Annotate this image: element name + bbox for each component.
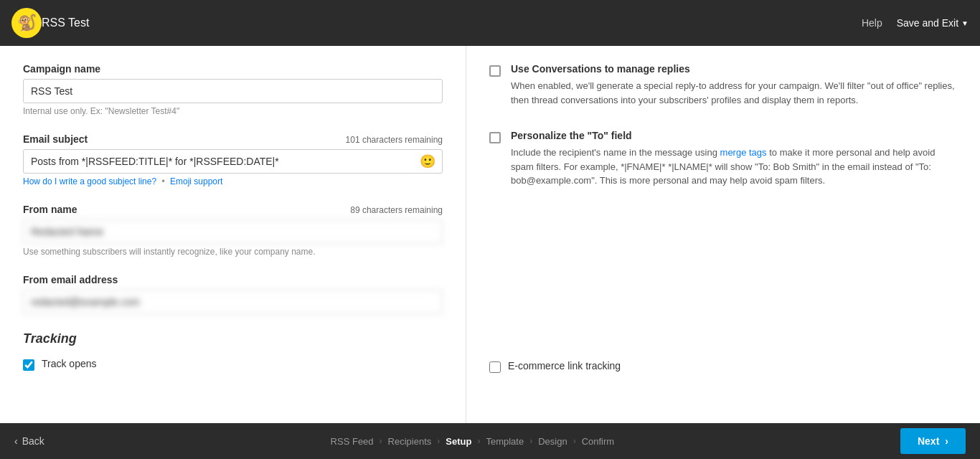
from-email-group: From email address [23, 274, 443, 314]
merge-tags-link[interactable]: merge tags [720, 147, 767, 158]
conversations-desc: When enabled, we'll generate a special r… [511, 79, 957, 107]
top-navigation: 🐒 RSS Test Help Save and Exit ▼ [0, 0, 980, 46]
chevron-down-icon: ▼ [961, 19, 969, 27]
conversations-content: Use Conversations to manage replies When… [511, 63, 957, 107]
conversations-option: Use Conversations to manage replies When… [489, 63, 957, 107]
ecommerce-label: E-commerce link tracking [508, 360, 621, 372]
ecommerce-section: E-commerce link tracking [489, 360, 957, 373]
personalize-checkbox[interactable] [489, 132, 501, 143]
save-exit-button[interactable]: Save and Exit ▼ [897, 17, 969, 29]
back-arrow-icon: ‹ [14, 435, 18, 447]
left-panel: Campaign name Internal use only. Ex: "Ne… [0, 46, 466, 423]
breadcrumb: RSS Feed › Recipients › Setup › Template… [44, 436, 900, 447]
from-name-group: From name 89 characters remaining Use so… [23, 204, 443, 257]
personalize-title: Personalize the "To" field [511, 130, 957, 141]
email-subject-input[interactable] [23, 149, 443, 174]
subject-field-links: How do I write a good subject line? • Em… [23, 176, 443, 186]
email-subject-group: Email subject 101 characters remaining 🙂… [23, 133, 443, 186]
from-name-chars-remaining: 89 characters remaining [350, 205, 443, 215]
conversations-checkbox[interactable] [489, 65, 501, 77]
breadcrumb-recipients[interactable]: Recipients [388, 436, 432, 447]
track-opens-row: Track opens [23, 358, 443, 371]
mailchimp-logo: 🐒 [11, 8, 42, 38]
nav-right: Help Save and Exit ▼ [862, 17, 969, 29]
conversations-title: Use Conversations to manage replies [511, 63, 957, 75]
from-email-label: From email address [23, 274, 443, 285]
from-name-label-row: From name 89 characters remaining [23, 204, 443, 215]
breadcrumb-sep-1: › [380, 436, 382, 446]
breadcrumb-confirm[interactable]: Confirm [582, 436, 615, 447]
breadcrumb-sep-4: › [529, 436, 532, 446]
from-name-label: From name [23, 204, 77, 215]
breadcrumb-sep-3: › [477, 436, 480, 446]
next-arrow-icon: › [945, 435, 948, 447]
help-link[interactable]: Help [862, 17, 882, 29]
tracking-section: Tracking Track opens [23, 331, 443, 371]
campaign-name-hint: Internal use only. Ex: "Newsletter Test#… [23, 106, 443, 116]
personalize-content: Personalize the "To" field Include the r… [511, 130, 957, 188]
from-name-input[interactable] [23, 219, 443, 244]
ecommerce-checkbox[interactable] [489, 361, 501, 373]
campaign-name-group: Campaign name Internal use only. Ex: "Ne… [23, 63, 443, 116]
personalize-desc: Include the recipient's name in the mess… [511, 146, 957, 188]
ecommerce-row: E-commerce link tracking [489, 360, 957, 373]
back-label: Back [22, 435, 44, 447]
email-subject-input-wrapper: 🙂 [23, 149, 443, 174]
main-content: Campaign name Internal use only. Ex: "Ne… [0, 46, 980, 423]
right-panel: Use Conversations to manage replies When… [466, 46, 980, 423]
breadcrumb-sep-2: › [437, 436, 440, 446]
from-email-input[interactable] [23, 290, 443, 314]
tracking-section-title: Tracking [23, 331, 443, 346]
campaign-name-input[interactable] [23, 79, 443, 103]
from-name-hint: Use something subscribers will instantly… [23, 247, 443, 257]
bottom-navigation: ‹ Back RSS Feed › Recipients › Setup › T… [0, 423, 980, 459]
email-subject-label: Email subject [23, 133, 88, 145]
emoji-icon[interactable]: 🙂 [420, 153, 435, 169]
emoji-support-link[interactable]: Emoji support [170, 176, 222, 186]
subject-line-help-link[interactable]: How do I write a good subject line? [23, 176, 156, 186]
breadcrumb-setup[interactable]: Setup [446, 436, 471, 447]
personalize-desc-text1: Include the recipient's name in the mess… [511, 147, 720, 158]
campaign-title: RSS Test [42, 16, 89, 29]
save-exit-label: Save and Exit [897, 17, 958, 29]
breadcrumb-rss-feed[interactable]: RSS Feed [331, 436, 374, 447]
breadcrumb-sep-5: › [573, 436, 576, 446]
personalize-option: Personalize the "To" field Include the r… [489, 130, 957, 188]
breadcrumb-template[interactable]: Template [486, 436, 524, 447]
next-button[interactable]: Next › [900, 428, 966, 454]
track-opens-checkbox[interactable] [23, 359, 34, 371]
breadcrumb-design[interactable]: Design [538, 436, 567, 447]
back-button[interactable]: ‹ Back [14, 435, 44, 447]
next-label: Next [918, 435, 939, 447]
track-opens-label: Track opens [42, 358, 97, 369]
email-subject-label-row: Email subject 101 characters remaining [23, 133, 443, 145]
campaign-name-label: Campaign name [23, 63, 443, 75]
email-subject-chars-remaining: 101 characters remaining [346, 135, 443, 145]
